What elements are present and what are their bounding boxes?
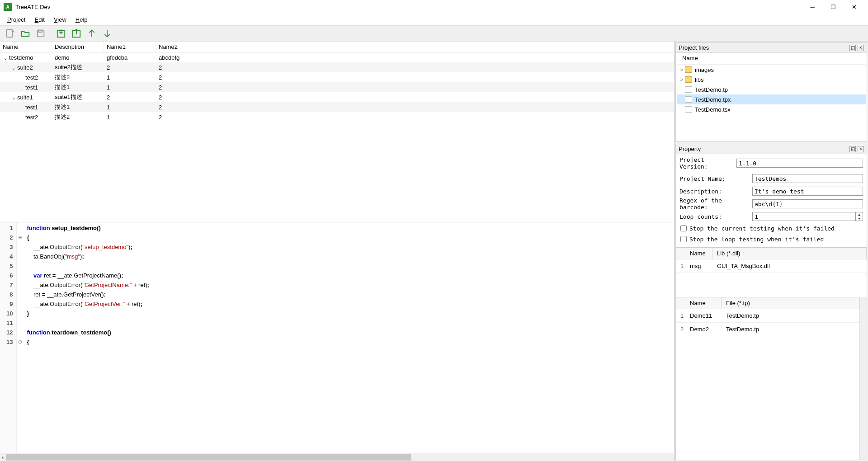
tree-row[interactable]: ⌄suite1suite1描述22	[0, 92, 674, 102]
stop-loop-label: Stop the loop testing when it's failed	[689, 236, 824, 243]
panel-close-icon[interactable]: ×	[858, 45, 864, 51]
loop-spinner[interactable]: ▲▼	[856, 212, 863, 221]
menu-project[interactable]: Project	[3, 15, 30, 24]
files-col-name[interactable]: Name	[677, 55, 866, 65]
stop-loop-checkbox[interactable]	[680, 236, 687, 242]
tree-row[interactable]: test2描述212	[0, 72, 674, 82]
up-arrow-button[interactable]	[85, 27, 98, 40]
close-button[interactable]: ✕	[844, 0, 864, 14]
menu-help[interactable]: Help	[71, 15, 92, 24]
export-button[interactable]	[70, 27, 83, 40]
file-icon	[685, 86, 692, 93]
app-icon: A	[4, 3, 12, 11]
tree-row[interactable]: test1描述112	[0, 102, 674, 112]
new-project-button[interactable]	[4, 27, 16, 40]
property-title: Property ◱ ×	[676, 144, 867, 154]
file-tree-item[interactable]: >images	[677, 65, 866, 75]
projname-input[interactable]	[752, 174, 863, 183]
project-files-title: Project files ◱ ×	[676, 43, 867, 53]
save-button[interactable]	[34, 27, 47, 40]
folder-icon	[685, 66, 692, 73]
table-row[interactable]: 1msgGUI_TA_MsgBox.dll	[676, 259, 867, 273]
menu-edit[interactable]: Edit	[30, 15, 49, 24]
stop-current-checkbox[interactable]	[680, 225, 687, 231]
version-input[interactable]	[736, 159, 863, 168]
regex-label: Regex of the barcode:	[679, 197, 750, 211]
toolbar	[0, 25, 868, 42]
tp-col-name[interactable]: Name	[685, 297, 722, 309]
stop-current-label: Stop the current testing when it's faile…	[689, 225, 835, 232]
svg-rect-0	[7, 30, 13, 38]
file-tree-item[interactable]: TestDemo.tp	[677, 85, 866, 94]
menubar: Project Edit View Help	[0, 14, 868, 25]
tp-col-file[interactable]: File (*.tp)	[722, 297, 859, 309]
maximize-button[interactable]: ☐	[823, 0, 844, 14]
panel-float-icon[interactable]: ◱	[849, 146, 856, 152]
tp-scrollbar[interactable]	[859, 297, 867, 460]
lib-table[interactable]: Name Lib (*.dll) 1msgGUI_TA_MsgBox.dll	[676, 247, 867, 297]
folder-icon	[685, 76, 692, 83]
code-editor[interactable]: 12345678910111213 ⊖⊖ function setup_test…	[0, 222, 674, 461]
down-arrow-button[interactable]	[101, 27, 113, 40]
desc-label: Description:	[679, 188, 750, 195]
projname-label: Project Name:	[679, 175, 750, 182]
loop-label: Loop counts:	[679, 213, 750, 220]
import-button[interactable]	[55, 27, 67, 40]
test-tree[interactable]: Name Description Name1 Name2 ⌄testdemode…	[0, 42, 674, 222]
version-label: Project Version:	[679, 156, 734, 170]
table-row[interactable]: 2Demo2TestDemo.tp	[676, 323, 859, 336]
file-icon	[685, 106, 692, 113]
tree-row[interactable]: ⌄testdemodemogfedcbaabcdefg	[0, 52, 674, 62]
desc-input[interactable]	[752, 187, 863, 196]
file-tree-item[interactable]: TestDemo.tpx	[677, 94, 866, 104]
file-icon	[685, 96, 692, 103]
loop-input[interactable]	[752, 212, 856, 221]
tree-header: Name Description Name1 Name2	[0, 42, 674, 52]
horizontal-scrollbar[interactable]: ‹	[0, 453, 674, 461]
panel-close-icon[interactable]: ×	[858, 146, 864, 152]
tree-col-name1[interactable]: Name1	[104, 42, 156, 52]
svg-rect-3	[38, 30, 42, 33]
tree-col-desc[interactable]: Description	[52, 42, 104, 52]
window-title: TreeATE Dev	[15, 4, 802, 10]
open-button[interactable]	[19, 27, 32, 40]
table-row[interactable]: 1Demo11TestDemo.tp	[676, 309, 859, 323]
tree-col-name2[interactable]: Name2	[156, 42, 674, 52]
file-tree-item[interactable]: >libs	[677, 75, 866, 85]
regex-input[interactable]	[752, 199, 863, 208]
tree-row[interactable]: ⌄suite2suite2描述22	[0, 62, 674, 72]
tree-row[interactable]: test1描述112	[0, 82, 674, 92]
file-tree-item[interactable]: TestDemo.tsx	[677, 104, 866, 114]
tree-row[interactable]: test2描述212	[0, 112, 674, 122]
tree-col-name[interactable]: Name	[0, 42, 52, 52]
tp-table[interactable]: Name File (*.tp) 1Demo11TestDemo.tp2Demo…	[676, 297, 859, 460]
lib-col-lib[interactable]: Lib (*.dll)	[712, 248, 867, 259]
lib-col-name[interactable]: Name	[685, 248, 712, 259]
panel-float-icon[interactable]: ◱	[849, 45, 856, 51]
project-files-tree[interactable]: Name >images>libsTestDemo.tpTestDemo.tpx…	[676, 53, 867, 116]
titlebar: A TreeATE Dev ─ ☐ ✕	[0, 0, 868, 14]
menu-view[interactable]: View	[49, 15, 71, 24]
minimize-button[interactable]: ─	[802, 0, 823, 14]
